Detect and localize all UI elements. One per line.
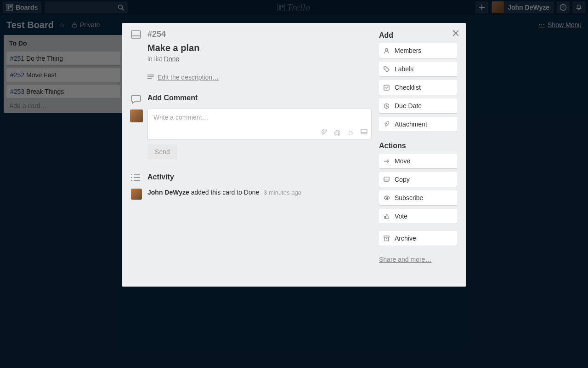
card-number: #254 (147, 29, 199, 39)
clock-icon (384, 103, 390, 109)
svg-point-21 (386, 197, 388, 199)
comment-icon (131, 95, 141, 104)
list-link[interactable]: Done (164, 55, 179, 63)
archive-button[interactable]: Archive (379, 231, 457, 246)
activity-icon (131, 174, 141, 181)
copy-button[interactable]: Copy (379, 172, 457, 187)
due-date-button[interactable]: Due Date (379, 98, 457, 113)
svg-rect-13 (361, 129, 367, 134)
card-icon (131, 30, 141, 40)
svg-rect-22 (384, 236, 389, 237)
checklist-icon (384, 85, 390, 91)
svg-point-15 (385, 48, 388, 51)
checklist-button[interactable]: Checklist (379, 80, 457, 95)
comment-input[interactable] (153, 114, 366, 128)
tag-icon (384, 66, 390, 72)
avatar (131, 189, 142, 200)
mention-icon[interactable]: @ (334, 129, 340, 137)
move-button[interactable]: Move (379, 154, 457, 168)
card-dialog: ✕ #254 Make a plan in list Done Edit the… (122, 23, 466, 287)
svg-rect-11 (131, 31, 141, 38)
archive-icon (384, 236, 390, 242)
user-icon (384, 48, 390, 54)
members-button[interactable]: Members (379, 43, 457, 58)
eye-icon (384, 196, 390, 200)
comment-box: @ ☺ (147, 109, 372, 140)
card-title[interactable]: Make a plan (147, 43, 199, 53)
activity-user: John DeWyze (147, 189, 189, 196)
vote-button[interactable]: Vote (379, 209, 457, 224)
arrow-right-icon (384, 159, 390, 164)
close-button[interactable]: ✕ (452, 28, 460, 40)
add-heading: Add (379, 31, 457, 40)
share-more-button[interactable]: Share and more… (379, 256, 431, 263)
card-ref-icon[interactable] (361, 129, 368, 137)
avatar (130, 109, 143, 122)
attachment-button[interactable]: Attachment (379, 117, 457, 132)
in-list-label: in list Done (147, 55, 199, 63)
send-button[interactable]: Send (147, 144, 177, 159)
activity-time: 3 minutes ago (264, 189, 301, 196)
attachment-icon (384, 121, 390, 127)
labels-button[interactable]: Labels (379, 62, 457, 76)
activity-text: added this card to Done (189, 189, 260, 196)
copy-icon (384, 177, 390, 182)
add-comment-heading: Add Comment (147, 94, 198, 102)
activity-item: John DeWyze added this card to Done 3 mi… (147, 189, 372, 196)
modal-overlay[interactable]: ✕ #254 Make a plan in list Done Edit the… (0, 0, 588, 368)
actions-heading: Actions (379, 142, 457, 150)
activity-heading: Activity (147, 173, 174, 181)
subscribe-button[interactable]: Subscribe (379, 190, 457, 205)
attachment-icon[interactable] (320, 129, 327, 137)
emoji-icon[interactable]: ☺ (347, 129, 354, 137)
svg-point-16 (385, 67, 386, 68)
description-icon (147, 75, 154, 80)
svg-rect-19 (384, 177, 389, 181)
edit-description-button[interactable]: Edit the description… (147, 74, 219, 81)
thumbs-up-icon (384, 213, 390, 219)
